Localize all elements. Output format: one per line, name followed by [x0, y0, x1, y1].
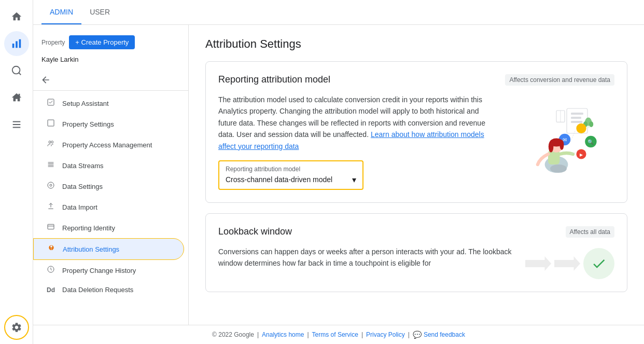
svg-point-21	[589, 121, 593, 127]
svg-rect-15	[571, 121, 582, 123]
tab-user[interactable]: USER	[81, 1, 118, 24]
setup-assistant-icon	[46, 98, 56, 108]
svg-point-7	[51, 141, 53, 143]
analytics-home-link[interactable]: Analytics home	[262, 331, 304, 338]
advertising-icon[interactable]	[4, 85, 29, 110]
checkmark-circle	[583, 248, 614, 279]
card-header: Reporting attribution model Affects conv…	[218, 74, 614, 86]
sidebar-item-data-deletion[interactable]: Dd Data Deletion Requests	[33, 281, 184, 299]
lookback-card-body: Conversions can happen days or weeks aft…	[218, 246, 614, 279]
svg-rect-5	[48, 120, 54, 126]
svg-point-9	[50, 184, 52, 186]
sidebar-item-data-settings[interactable]: Data Settings	[33, 176, 184, 197]
data-deletion-label: Data Deletion Requests	[62, 286, 133, 294]
configure-icon[interactable]	[4, 112, 29, 137]
footer: © 2022 Google | Analytics home | Terms o…	[33, 325, 644, 344]
sidebar-item-property-change-history[interactable]: Property Change History	[33, 260, 184, 281]
data-settings-icon	[46, 181, 56, 191]
svg-point-30	[550, 164, 567, 173]
back-button[interactable]	[37, 72, 54, 88]
data-import-label: Data Import	[62, 203, 97, 211]
property-name: Kayle Larkin	[33, 53, 188, 70]
svg-rect-13	[571, 113, 583, 115]
attribution-model-select-group: Reporting attribution model Cross-channe…	[218, 160, 363, 190]
reporting-identity-icon	[46, 223, 56, 233]
property-change-history-label: Property Change History	[62, 267, 136, 274]
attribution-settings-label: Attribution Settings	[63, 245, 119, 253]
lookback-card-header: Lookback window Affects all data	[218, 226, 614, 238]
sidebar-item-data-streams[interactable]: Data Streams	[33, 155, 184, 176]
sidebar-item-setup-assistant[interactable]: Setup Assistant	[33, 93, 184, 114]
create-property-button[interactable]: + Create Property	[69, 35, 135, 49]
reports-icon[interactable]	[4, 31, 29, 56]
arrow-shape-1	[525, 256, 551, 271]
svg-point-3	[12, 66, 20, 74]
reporting-attribution-description: The attribution model used to calculate …	[218, 94, 498, 152]
lookback-illustration	[525, 248, 614, 279]
svg-point-6	[49, 141, 51, 143]
settings-icon[interactable]	[4, 315, 29, 340]
sidebar: Property + Create Property Kayle Larkin …	[33, 25, 189, 325]
reporting-identity-label: Reporting Identity	[62, 224, 115, 232]
lookback-window-title: Lookback window	[218, 226, 292, 237]
sidebar-property-row: Property + Create Property	[33, 33, 188, 53]
sidebar-item-property-access[interactable]: Property Access Management	[33, 134, 184, 155]
top-bar: ADMIN USER	[33, 0, 644, 25]
svg-point-24	[576, 123, 586, 133]
svg-rect-14	[571, 117, 581, 119]
property-access-icon	[46, 140, 56, 150]
property-change-history-icon	[46, 265, 56, 276]
card-body: The attribution model used to calculate …	[218, 94, 614, 190]
chevron-down-icon: ▾	[352, 175, 356, 185]
attribution-model-select[interactable]: Cross-channel data-driven model ▾	[226, 175, 356, 185]
privacy-policy-link[interactable]: Privacy Policy	[366, 331, 405, 338]
svg-text:🔍: 🔍	[587, 139, 594, 145]
content-area: Attribution Settings Reporting attributi…	[189, 25, 644, 325]
sidebar-item-attribution-settings[interactable]: Attribution Settings	[33, 238, 184, 260]
page-title: Attribution Settings	[205, 37, 627, 51]
svg-rect-0	[12, 44, 14, 48]
terms-of-service-link[interactable]: Terms of Service	[312, 331, 358, 338]
icon-rail	[0, 0, 33, 344]
property-access-label: Property Access Management	[62, 141, 152, 149]
tab-admin[interactable]: ADMIN	[41, 1, 81, 24]
property-settings-label: Property Settings	[62, 120, 114, 128]
send-feedback-link[interactable]: Send feedback	[424, 331, 465, 338]
data-import-icon	[46, 202, 56, 212]
card-illustration: ✉ 🔍 ▶	[511, 94, 614, 190]
property-label: Property	[41, 39, 65, 46]
sidebar-item-reporting-identity[interactable]: Reporting Identity	[33, 217, 184, 238]
reporting-attribution-card: Reporting attribution model Affects conv…	[205, 61, 627, 203]
svg-rect-1	[16, 41, 18, 48]
select-label: Reporting attribution model	[226, 166, 356, 173]
lookback-description: Conversions can happen days or weeks aft…	[218, 246, 513, 279]
attribution-settings-icon	[46, 244, 57, 254]
sidebar-item-property-settings[interactable]: Property Settings	[33, 114, 184, 134]
property-settings-icon	[46, 119, 56, 129]
svg-text:▶: ▶	[580, 153, 583, 157]
svg-rect-10	[48, 224, 54, 229]
data-settings-label: Data Settings	[62, 183, 103, 190]
lookback-window-badge: Affects all data	[566, 226, 615, 238]
reporting-attribution-title: Reporting attribution model	[218, 74, 330, 85]
svg-line-37	[570, 130, 576, 142]
footer-copyright: © 2022 Google	[212, 331, 254, 338]
data-streams-label: Data Streams	[62, 162, 103, 170]
svg-point-34	[549, 141, 554, 153]
setup-assistant-label: Setup Assistant	[62, 100, 109, 107]
svg-point-8	[48, 182, 54, 188]
reporting-attribution-badge: Affects conversion and revenue data	[505, 74, 614, 86]
svg-point-35	[559, 140, 564, 150]
sidebar-item-data-import[interactable]: Data Import	[33, 197, 184, 217]
lookback-window-card: Lookback window Affects all data Convers…	[205, 213, 627, 292]
data-streams-icon	[46, 160, 56, 171]
data-deletion-icon: Dd	[46, 286, 56, 294]
home-icon[interactable]	[4, 4, 29, 29]
feedback-icon: 💬	[413, 331, 422, 339]
arrow-shape-2	[554, 256, 580, 271]
svg-rect-2	[19, 39, 21, 48]
explore-icon[interactable]	[4, 58, 29, 83]
